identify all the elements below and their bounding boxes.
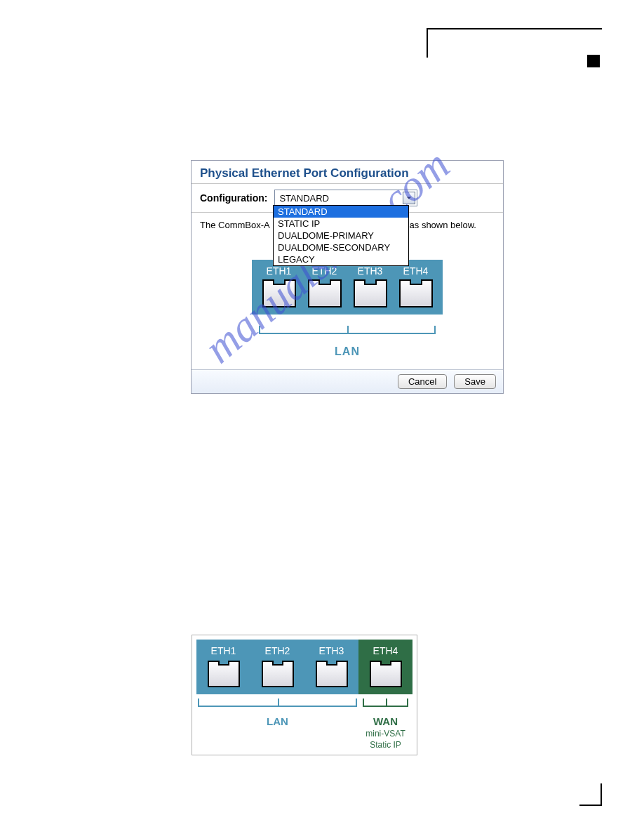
eth1-label: ETH1	[267, 265, 292, 277]
lan-label: LAN	[192, 345, 503, 358]
config-dropdown[interactable]: STANDARD STATIC IP DUALDOME-PRIMARY DUAL…	[273, 205, 409, 266]
ethernet-port-icon	[262, 279, 296, 307]
d2-eth3-label: ETH3	[319, 645, 344, 656]
eth2-label: ETH2	[312, 265, 337, 277]
dropdown-option-legacy[interactable]: LEGACY	[274, 253, 408, 265]
config-select[interactable]: STANDARD	[274, 190, 417, 206]
d2-eth2: ETH2	[250, 640, 304, 694]
lan-bracket	[259, 326, 436, 344]
eth3-label: ETH3	[358, 265, 383, 277]
config-panel: Physical Ethernet Port Configuration Con…	[191, 160, 504, 394]
eth4-label: ETH4	[403, 265, 429, 277]
d2-wan-bracket	[358, 699, 412, 715]
eth2-cell: ETH2	[308, 265, 342, 307]
d2-eth4: ETH4	[358, 640, 412, 694]
page-corner-top	[427, 28, 602, 29]
ethernet-port-icon	[354, 279, 387, 307]
d2-eth1: ETH1	[196, 640, 250, 694]
port-diagram-staticip: ETH1 ETH2 ETH3 ETH4 LAN WAN mini-VSAT St…	[192, 635, 417, 755]
dropdown-option-standard[interactable]: STANDARD	[274, 206, 408, 218]
dropdown-option-dualdome-secondary[interactable]: DUALDOME-SECONDARY	[274, 241, 408, 253]
d2-lan-bracket	[196, 699, 358, 715]
config-row: Configuration: STANDARD STANDARD STATIC …	[192, 184, 503, 212]
d2-eth1-label: ETH1	[211, 645, 236, 656]
ethernet-port-icon	[308, 279, 342, 307]
ethernet-port-icon	[370, 661, 402, 687]
panel-footer: Cancel Save	[192, 369, 503, 393]
ethernet-port-icon	[316, 661, 348, 687]
d2-eth2-label: ETH2	[265, 645, 290, 656]
d2-wan-sub2: Static IP	[358, 740, 412, 751]
d2-wan-sub1: mini-VSAT	[358, 729, 412, 740]
cancel-button[interactable]: Cancel	[398, 374, 447, 389]
d2-wan-label: WAN	[358, 715, 412, 727]
panel-title: Physical Ethernet Port Configuration	[192, 161, 503, 183]
eth1-cell: ETH1	[262, 265, 296, 307]
config-label: Configuration:	[200, 192, 267, 204]
chevron-down-icon[interactable]	[403, 192, 415, 204]
d2-wan-sub: mini-VSAT Static IP	[358, 729, 412, 750]
dropdown-option-staticip[interactable]: STATIC IP	[274, 218, 408, 230]
dropdown-option-dualdome-primary[interactable]: DUALDOME-PRIMARY	[274, 230, 408, 241]
description-text-right: d as shown below.	[402, 220, 476, 230]
ethernet-port-icon	[399, 279, 433, 307]
ethernet-port-icon	[262, 661, 294, 687]
save-button[interactable]: Save	[454, 374, 496, 389]
eth-block: ETH1 ETH2 ETH3 ETH4	[252, 260, 443, 315]
page-corner-square	[587, 55, 600, 67]
select-value: STANDARD	[279, 193, 329, 204]
description-text-left: The CommBox-A	[200, 220, 270, 230]
eth3-cell: ETH3	[354, 265, 387, 307]
eth4-cell: ETH4	[399, 265, 433, 307]
d2-eth4-label: ETH4	[373, 645, 398, 656]
page-corner-bottom	[579, 805, 602, 806]
d2-lan-label: LAN	[196, 715, 358, 727]
d2-eth3: ETH3	[304, 640, 358, 694]
ethernet-port-icon	[208, 661, 240, 687]
